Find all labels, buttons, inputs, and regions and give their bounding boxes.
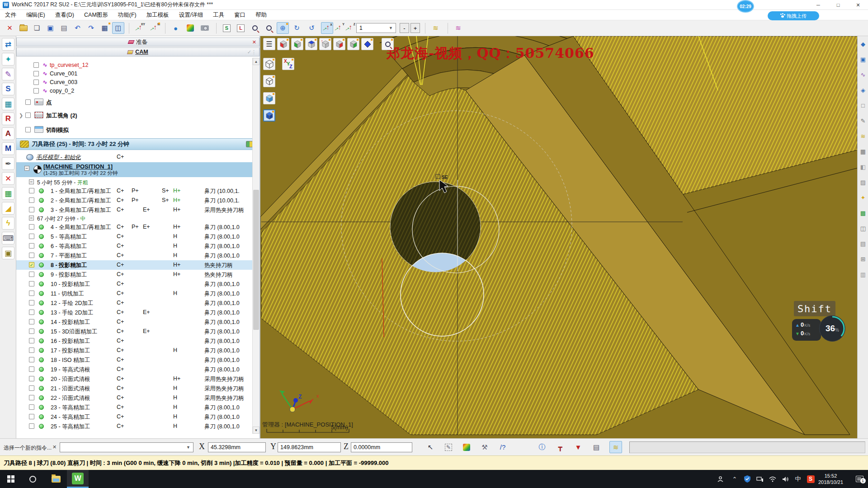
toolpath-refresh-icon[interactable]: ≋ <box>609 441 622 453</box>
spin-view-icon[interactable]: ↺ <box>306 22 318 34</box>
operation-row-7[interactable]: 7 - 平面精加工C+H鼻刀 (8.00,1.0 <box>16 251 252 260</box>
operation-checkbox[interactable] <box>29 347 34 353</box>
worknc-taskbar-button[interactable]: W <box>67 470 89 488</box>
stock-box-icon[interactable]: ▣ <box>2 247 14 259</box>
view-left-red-button[interactable] <box>277 38 289 50</box>
mesh-icon[interactable]: ▦ <box>2 98 14 110</box>
view-z-icon[interactable]: ↑↑Z <box>344 22 356 34</box>
print-icon[interactable]: ▤ <box>58 22 70 34</box>
close-button[interactable]: ✕ <box>848 0 868 10</box>
view-zoom-button[interactable] <box>382 38 394 50</box>
operation-checkbox[interactable] <box>29 234 34 239</box>
tree-item-加工视角 (2)[interactable]: ❯加工视角 (2) <box>16 110 252 122</box>
tree-item-Curve_001[interactable]: ∿Curve_001 <box>16 70 252 79</box>
tree-item-点[interactable]: 点 <box>16 97 252 108</box>
section-header-1[interactable]: −67 小时 27 分钟 - 中 <box>16 215 252 222</box>
view-plus-button[interactable]: + <box>410 23 420 33</box>
operation-checkbox[interactable] <box>29 188 34 193</box>
operation-row-2[interactable]: 2 - 全局粗加工/再粗加工C+P+S+H+鼻刀 (10.00,1. <box>16 196 252 205</box>
command-select[interactable]: ▼ <box>60 442 193 452</box>
operation-checkbox[interactable] <box>29 224 34 230</box>
operation-row-18[interactable]: 18 - ISO 精加工C+鼻刀 (8.00,1.0 <box>16 355 252 365</box>
operation-row-8[interactable]: ✓8 - 投影精加工C+H+热夹持刀柄 <box>16 260 252 270</box>
cube-solid-button[interactable] <box>263 109 275 122</box>
operation-row-14[interactable]: 14 - 投影精加工C+鼻刀 (8.00,1.0 <box>16 317 252 327</box>
operation-row-21[interactable]: 21 - 沿面式清根C+H采用热夹持刀柄 <box>16 384 252 393</box>
axes-xyz-button[interactable]: XYZ <box>282 58 294 70</box>
rotate-view-icon[interactable]: ↻ <box>291 22 303 34</box>
toolpath-a-icon[interactable]: ≋ <box>429 22 442 34</box>
zone-a-icon[interactable]: A <box>2 127 14 140</box>
wifi-icon[interactable] <box>767 470 778 488</box>
menu-9[interactable]: 帮助 <box>250 10 272 20</box>
toolpath-b-icon[interactable]: ≋ <box>452 22 464 34</box>
tool-holder-icon[interactable]: ▼ <box>572 441 585 453</box>
boundary-icon[interactable]: ▣ <box>859 55 867 63</box>
minimize-button[interactable]: ─ <box>808 0 828 10</box>
ime-language-icon[interactable]: 中 <box>792 470 804 488</box>
delete-tool-icon[interactable]: ✕ <box>2 172 14 185</box>
collapse-icon[interactable]: − <box>24 166 29 171</box>
checkbox[interactable] <box>33 62 39 68</box>
surface-icon[interactable]: ✦ <box>2 53 14 66</box>
operation-row-4[interactable]: 4 - 全局粗加工/再粗加工C+P+E+H+鼻刀 (8.00,1.0 <box>16 222 252 232</box>
pen-icon[interactable]: ✒ <box>2 157 14 170</box>
collapse-icon[interactable]: − <box>29 179 34 184</box>
view-top-blue-button[interactable] <box>305 38 317 50</box>
zone-r-icon[interactable]: R <box>2 113 14 125</box>
cube-shaded-button[interactable] <box>263 92 275 104</box>
layer-icon[interactable]: ▥ <box>859 270 867 278</box>
panel-toggle-icon[interactable]: ◫ <box>112 22 124 34</box>
view-menu-button[interactable]: ☰ <box>263 38 275 50</box>
save-icon[interactable]: ▣ <box>44 22 57 34</box>
fill-icon[interactable]: ▩ <box>859 209 867 217</box>
star-icon[interactable]: ✦ <box>859 193 867 202</box>
tray-expand-icon[interactable]: ⌃ <box>729 470 741 488</box>
operation-checkbox[interactable] <box>29 414 34 419</box>
measure-icon[interactable]: ⚒ <box>478 441 491 453</box>
operation-checkbox[interactable] <box>29 243 34 249</box>
wave-icon[interactable]: ≋ <box>859 132 867 140</box>
operation-checkbox[interactable] <box>29 253 34 258</box>
center-target-icon[interactable]: ⊕ <box>277 22 289 34</box>
operation-row-3[interactable]: 3 - 全局粗加工/再粗加工C+E+H+采用热夹持刀柄 <box>16 205 252 215</box>
operation-row-20[interactable]: 20 - 沿面式清根C+H+采用热夹持刀柄 <box>16 374 252 384</box>
operation-checkbox[interactable] <box>29 310 34 315</box>
plus-box-icon[interactable]: ⊞ <box>859 255 867 263</box>
section-header-0[interactable]: −5 小时 55 分钟 - 开粗 <box>16 178 252 186</box>
operation-checkbox[interactable] <box>29 319 34 324</box>
rows-icon[interactable]: ▤ <box>859 239 867 248</box>
checkbox[interactable] <box>25 113 31 118</box>
sketch-tool-icon[interactable]: ✎ <box>859 117 867 125</box>
z-coordinate-field[interactable] <box>351 442 412 452</box>
prepare-tab[interactable]: 准备 ✕ <box>16 38 259 47</box>
operation-row-13[interactable]: 13 - 手绘 2D加工C+E+鼻刀 (8.00,1.0 <box>16 308 252 317</box>
edit-region-icon[interactable]: ✎ <box>442 441 455 453</box>
operation-checkbox[interactable] <box>29 366 34 372</box>
wireframe-button[interactable] <box>263 58 275 70</box>
operation-checkbox[interactable] <box>29 423 34 429</box>
collapse-icon[interactable]: − <box>29 216 34 221</box>
operation-checkbox[interactable] <box>29 197 34 203</box>
operation-checkbox[interactable] <box>29 281 34 286</box>
maximize-button[interactable]: □ <box>828 0 848 10</box>
volume-icon[interactable] <box>779 470 791 488</box>
checkbox[interactable] <box>33 71 39 76</box>
transfer-icon[interactable]: ⇄ <box>2 38 14 51</box>
operation-row-6[interactable]: 6 - 等高精加工C+H鼻刀 (8.00,1.0 <box>16 241 252 251</box>
zone-m-icon[interactable]: M <box>2 142 14 155</box>
operation-checkbox[interactable] <box>29 291 34 296</box>
menu-5[interactable]: 加工模板 <box>142 10 174 20</box>
clear-command-icon[interactable]: ✕ <box>52 444 57 450</box>
zone-s-icon[interactable]: S <box>2 83 14 95</box>
start-button[interactable] <box>0 470 22 488</box>
view-axis-button[interactable]: ↑ <box>319 38 331 50</box>
hole-icon[interactable]: □ <box>859 101 867 109</box>
file-explorer-button[interactable] <box>45 470 67 488</box>
operation-row-10[interactable]: 10 - 投影精加工C+鼻刀 (8.00,1.0 <box>16 279 252 289</box>
operation-row-11[interactable]: 11 - 切线加工C+H鼻刀 (8.00,1.0 <box>16 289 252 298</box>
axis-m-icon[interactable]: ↑↑M <box>148 22 160 34</box>
checkbox[interactable] <box>33 88 39 94</box>
axis-xy-icon[interactable]: ↑↑XY <box>133 22 146 34</box>
view-left-green-button[interactable] <box>291 38 303 50</box>
